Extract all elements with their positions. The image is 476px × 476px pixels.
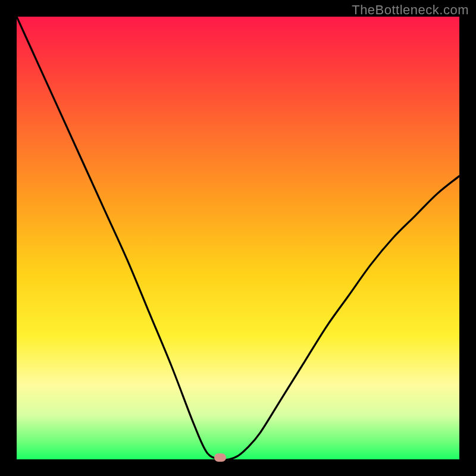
chart-frame: TheBottleneck.com: [0, 0, 476, 476]
plot-area: [17, 17, 459, 459]
watermark-text: TheBottleneck.com: [352, 2, 469, 18]
bottleneck-curve: [17, 17, 459, 459]
optimal-point-marker: [214, 453, 226, 462]
